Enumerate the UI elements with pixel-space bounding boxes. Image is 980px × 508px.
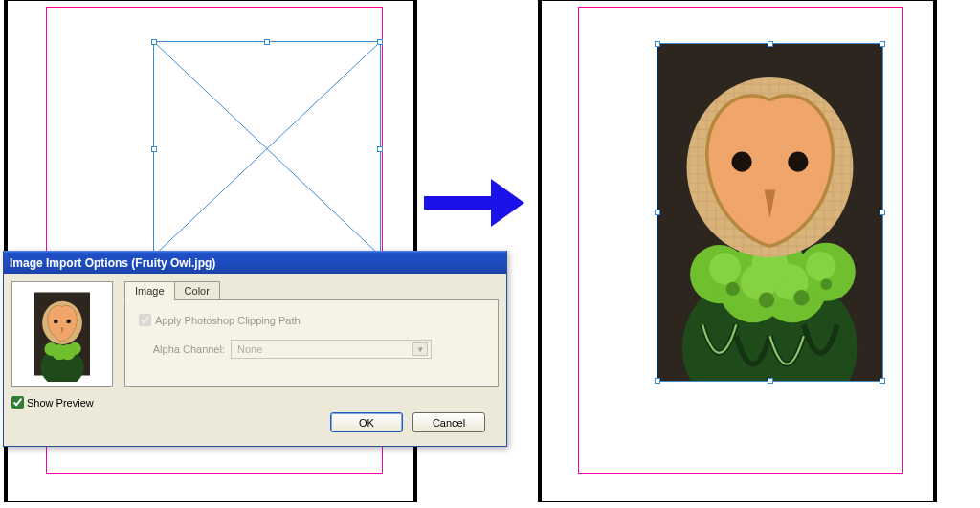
transition-arrow [424, 174, 529, 232]
svg-point-21 [788, 152, 808, 172]
svg-line-0 [154, 42, 380, 255]
show-preview-checkbox[interactable] [11, 396, 24, 409]
svg-line-1 [154, 42, 380, 255]
dialog-title: Image Import Options (Fruity Owl.jpg) [10, 256, 215, 270]
tab-content-image: Apply Photoshop Clipping Path Alpha Chan… [124, 299, 499, 387]
svg-point-30 [66, 320, 71, 324]
tab-color[interactable]: Color [174, 281, 220, 300]
svg-point-9 [709, 253, 741, 284]
tab-image[interactable]: Image [124, 281, 175, 300]
ok-button[interactable]: OK [330, 412, 403, 432]
svg-point-27 [68, 342, 80, 355]
placed-image-frame[interactable] [657, 43, 883, 382]
frame-diagonals [154, 42, 380, 255]
image-import-options-dialog: Image Import Options (Fruity Owl.jpg) [3, 251, 507, 447]
cancel-button[interactable]: Cancel [412, 412, 485, 432]
placed-image-owl [657, 44, 882, 381]
preview-thumbnail [11, 281, 113, 387]
svg-point-17 [820, 278, 832, 290]
svg-point-29 [54, 320, 58, 324]
show-preview-label: Show Preview [27, 397, 94, 409]
apply-clipping-path-checkbox [139, 314, 151, 326]
svg-point-14 [726, 282, 740, 296]
right-page [538, 0, 937, 502]
chevron-down-icon: ▾ [412, 342, 428, 356]
empty-image-frame[interactable] [153, 41, 381, 256]
apply-clipping-path-label: Apply Photoshop Clipping Path [155, 315, 301, 326]
svg-point-15 [759, 292, 774, 307]
alpha-channel-value: None [237, 343, 262, 355]
svg-point-20 [732, 152, 752, 172]
alpha-channel-label: Alpha Channel: [139, 343, 225, 355]
dialog-titlebar[interactable]: Image Import Options (Fruity Owl.jpg) [4, 251, 506, 274]
svg-point-12 [806, 252, 835, 281]
svg-point-16 [793, 290, 809, 305]
alpha-channel-select: None ▾ [231, 340, 432, 359]
dialog-tabs: Image Color [124, 281, 499, 300]
